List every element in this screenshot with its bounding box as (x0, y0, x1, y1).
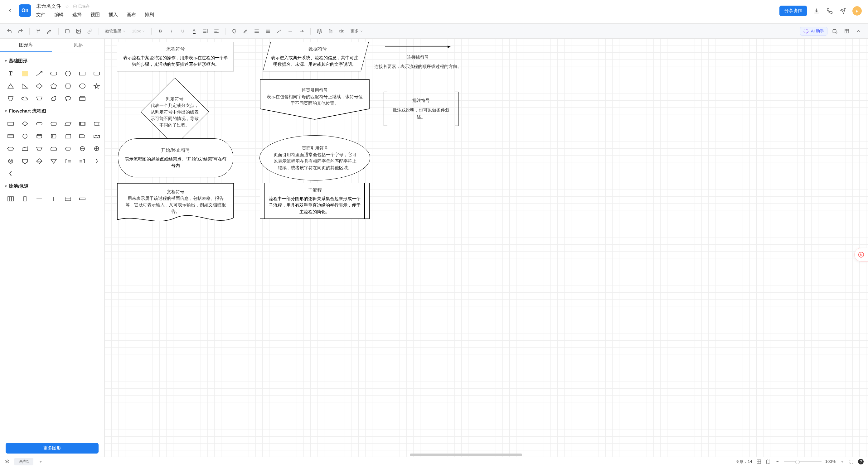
node-annotation[interactable]: 批注符号 批注或说明，也可以做条件叙述。 (384, 92, 459, 126)
fc-stored-data[interactable] (91, 119, 102, 128)
shape-rounded-rect[interactable] (48, 69, 59, 78)
fc-internal[interactable] (5, 132, 16, 141)
underline-button[interactable]: U (178, 27, 187, 36)
fc-data[interactable] (62, 119, 73, 128)
fc-display[interactable] (48, 119, 59, 128)
shape-right-triangle[interactable] (19, 81, 31, 91)
line-width-button[interactable] (264, 27, 272, 36)
search-icon[interactable] (831, 27, 839, 36)
link-button[interactable] (86, 27, 94, 36)
menu-view[interactable]: 视图 (90, 12, 100, 18)
fc-terminator[interactable] (34, 119, 45, 128)
menu-select[interactable]: 选择 (72, 12, 82, 18)
sidebar-tab-shapes[interactable]: 图形库 (0, 39, 52, 52)
zoom-in-button[interactable]: ＋ (839, 459, 845, 464)
node-onpage[interactable]: 页面引用符号 页面引用符里面通常会包括一个字母，它可以表示流程图在具有相同字母的… (259, 135, 370, 180)
image-button[interactable] (74, 27, 83, 36)
italic-button[interactable]: I (167, 27, 176, 36)
sl-lane-h[interactable] (77, 194, 88, 204)
shape-rect-round[interactable] (91, 69, 102, 78)
sl-pool-h[interactable] (62, 194, 73, 204)
fullscreen-icon[interactable] (849, 459, 854, 464)
shape-rect[interactable] (77, 69, 88, 78)
shape-octagon[interactable] (77, 81, 88, 91)
fc-summing[interactable] (91, 144, 102, 153)
shape-leaf[interactable] (48, 94, 59, 103)
node-connector-text[interactable]: 连接线符号 连接各要素，表示流程的顺序或过程的方向。 (373, 54, 463, 70)
shape-button[interactable] (63, 27, 72, 36)
minimap-icon[interactable] (765, 459, 771, 464)
menu-arrange[interactable]: 排列 (145, 12, 154, 18)
shape-note[interactable] (19, 69, 31, 78)
fc-process[interactable] (5, 119, 16, 128)
shape-star[interactable] (91, 81, 102, 91)
share-button[interactable]: 分享协作 (779, 6, 807, 16)
bold-button[interactable]: B (156, 27, 165, 36)
shape-diamond[interactable] (34, 81, 45, 91)
settings-icon[interactable] (842, 27, 851, 36)
node-data[interactable]: 数据符号 表示进入或离开系统、流程的信息，其中可注明数据名、末源、用途或其它的文… (262, 42, 369, 71)
shape-shield[interactable] (5, 94, 16, 103)
fc-brace-r[interactable] (91, 157, 102, 166)
phone-icon[interactable] (826, 7, 833, 14)
fc-tape[interactable] (91, 132, 102, 141)
connector-button[interactable] (275, 27, 283, 36)
canvas-tab[interactable]: 画布1 (14, 458, 33, 465)
fc-display2[interactable] (62, 144, 73, 153)
section-flowchart[interactable]: Flowchart 流程图 (3, 105, 101, 117)
sidebar-tab-styles[interactable]: 风格 (52, 39, 104, 52)
sl-sep-h[interactable] (34, 194, 45, 204)
fc-database[interactable] (34, 132, 45, 141)
fc-delay[interactable] (77, 132, 88, 141)
sl-lane-v[interactable] (19, 194, 31, 204)
border-color-button[interactable] (241, 27, 250, 36)
shape-line[interactable] (34, 69, 45, 78)
sl-sep-v[interactable] (48, 194, 59, 204)
node-process[interactable]: 流程符号 表示流程中某些特定的操作，用来表示在过程的一个单独的步骤，其活动的简要… (117, 42, 234, 71)
ai-assistant-button[interactable]: AI 助手 (800, 27, 828, 36)
fc-connector[interactable] (19, 132, 31, 141)
fc-manual-op[interactable] (34, 144, 45, 153)
section-basic-shapes[interactable]: 基础图形 (3, 55, 101, 67)
fc-card[interactable] (62, 132, 73, 141)
format-painter-button[interactable] (34, 27, 43, 36)
fc-sort[interactable] (34, 157, 45, 166)
eyedropper-button[interactable] (45, 27, 54, 36)
layers-icon[interactable] (4, 459, 10, 464)
align-button[interactable] (212, 27, 221, 36)
menu-edit[interactable]: 编辑 (54, 12, 64, 18)
shape-pentagon[interactable] (48, 81, 59, 91)
fc-disk[interactable] (48, 132, 59, 141)
node-offpage[interactable]: 跨页引用符号 表示在包含相同字母的匹配符号上继续，该符号位于不同页面的其他位置。 (260, 79, 370, 120)
menu-file[interactable]: 文件 (36, 12, 45, 18)
text-color-button[interactable]: A (190, 27, 198, 36)
fc-manual-input[interactable] (19, 144, 31, 153)
canvas[interactable]: 流程符号 表示流程中某些特定的操作，用来表示在过程的一个单独的步骤，其活动的简要… (104, 39, 868, 457)
fill-color-button[interactable] (230, 27, 239, 36)
shape-text[interactable]: T (5, 69, 16, 78)
arrow-start-button[interactable] (286, 27, 295, 36)
download-icon[interactable] (813, 7, 820, 14)
line-style-button[interactable] (252, 27, 261, 36)
fc-predefined[interactable] (77, 119, 88, 128)
fc-decision[interactable] (19, 119, 31, 128)
shape-circle[interactable] (62, 69, 73, 78)
font-family-select[interactable]: 微软雅黑 (103, 28, 128, 34)
shape-hexagon[interactable] (62, 81, 73, 91)
node-terminator[interactable]: 开始/终止符号 表示流程图的起始点或结束点。“开始”或“结束”写在符号内 (118, 138, 233, 177)
node-subprocess[interactable]: 子流程 流程中一部分图形的逻辑关系集合起来形成一个子流程，用具有双重垂直边缘的举… (260, 183, 370, 219)
send-icon[interactable] (839, 7, 846, 14)
grid-toggle-icon[interactable] (756, 459, 762, 464)
zoom-slider[interactable] (784, 461, 822, 462)
zoom-out-button[interactable]: − (775, 459, 780, 464)
arrow-end-button[interactable] (297, 27, 306, 36)
node-arrow[interactable] (385, 45, 451, 49)
fc-annotation-l[interactable] (77, 157, 88, 166)
fc-or[interactable] (5, 157, 16, 166)
shape-card[interactable] (77, 94, 88, 103)
shape-triangle[interactable] (5, 81, 16, 91)
shape-cloud[interactable] (19, 94, 31, 103)
back-button[interactable] (6, 7, 14, 14)
node-decision[interactable]: 判定符号 代表一个判定或分支点，从判定符号中伸出的线表示可能不同的情况，导致不同… (141, 87, 209, 137)
node-document[interactable]: 文档符号 用来表示属于该过程的书面信息，包括表格、报告等，它既可表示输入，又可表… (117, 183, 234, 225)
